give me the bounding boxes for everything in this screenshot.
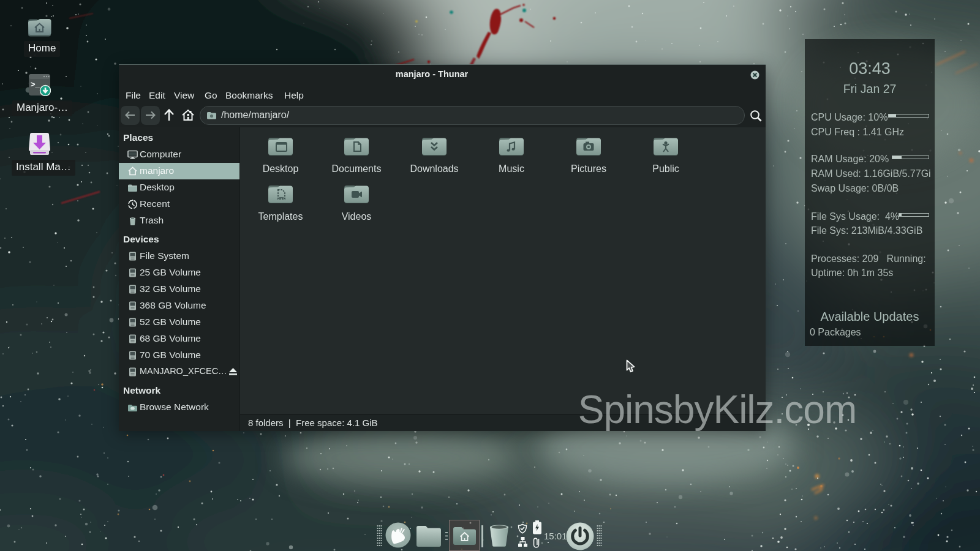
svg-text:>_: >_ — [31, 80, 40, 89]
